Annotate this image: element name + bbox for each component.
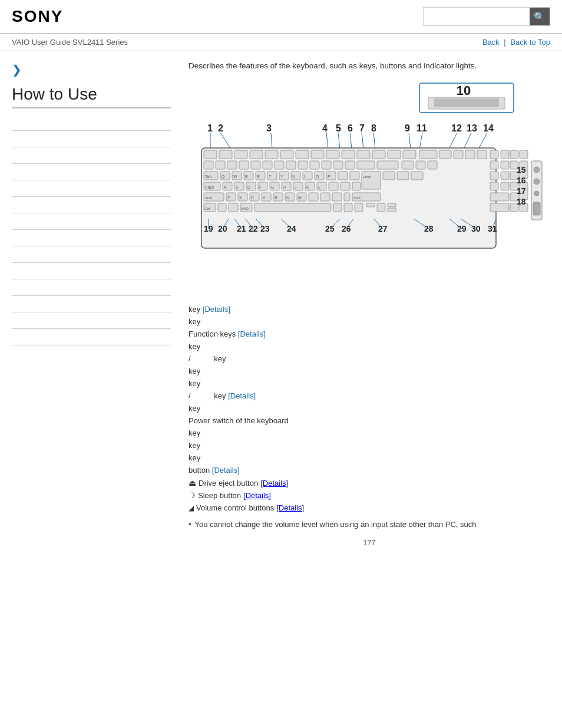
svg-rect-57 <box>239 161 249 169</box>
svg-rect-50 <box>490 150 498 159</box>
svg-rect-60 <box>275 161 284 169</box>
svg-text:N: N <box>286 196 289 200</box>
key-label: / key <box>189 391 228 400</box>
svg-text:Y: Y <box>280 174 283 179</box>
svg-text:Shift: Shift <box>205 196 212 200</box>
svg-rect-54 <box>204 161 213 169</box>
svg-point-182 <box>534 179 540 185</box>
svg-text:K: K <box>306 185 309 189</box>
sleep-item: Sleep button [Details] <box>189 489 550 502</box>
svg-rect-154 <box>344 193 350 201</box>
back-link[interactable]: Back <box>482 38 500 47</box>
list-item: / key <box>189 353 550 365</box>
svg-text:10: 10 <box>457 83 471 98</box>
svg-rect-46 <box>439 150 451 159</box>
svg-rect-106 <box>501 172 509 180</box>
volume-item: Volume control buttons [Details] <box>189 502 550 514</box>
svg-rect-47 <box>454 150 463 159</box>
search-input[interactable] <box>424 8 530 25</box>
svg-rect-152 <box>320 193 330 201</box>
svg-text:S: S <box>236 185 239 189</box>
svg-line-28 <box>464 133 471 149</box>
key-label: key <box>189 379 200 388</box>
svg-rect-34 <box>250 150 263 159</box>
sleep-icon <box>189 491 196 500</box>
svg-text:Tab: Tab <box>205 174 211 179</box>
svg-rect-49 <box>477 150 487 159</box>
svg-text:R: R <box>257 174 260 179</box>
list-item: key <box>189 365 550 377</box>
svg-rect-42 <box>372 150 385 159</box>
volume-label: Volume control buttons <box>196 503 274 512</box>
sidebar: ❯ How to Use <box>0 57 183 559</box>
svg-point-183 <box>534 191 539 196</box>
svg-rect-153 <box>332 193 342 201</box>
volume-icon <box>189 503 194 512</box>
content-description: Describes the features of the keyboard, … <box>189 61 550 70</box>
key-label: key <box>189 441 200 450</box>
details-link[interactable]: [Details] <box>228 391 256 400</box>
details-link[interactable]: [Details] <box>243 491 271 500</box>
list-item <box>12 329 171 345</box>
main-layout: ❯ How to Use Describes the features of t… <box>0 51 562 565</box>
list-item: Power switch of the keyboard <box>189 414 550 427</box>
nav-bar: VAIO User Guide SVL2411 Series Back | Ba… <box>0 34 562 51</box>
svg-text:E: E <box>245 174 248 179</box>
eject-icon <box>189 478 196 487</box>
details-link[interactable]: [Details] <box>212 466 240 475</box>
svg-rect-35 <box>265 150 278 159</box>
svg-line-19 <box>271 133 272 149</box>
details-link[interactable]: [Details] <box>238 330 266 338</box>
svg-rect-44 <box>403 150 416 159</box>
svg-text:B: B <box>275 196 277 200</box>
svg-rect-62 <box>298 161 308 169</box>
list-item <box>12 296 171 312</box>
svg-rect-168 <box>355 203 363 212</box>
search-button[interactable]: 🔍 <box>530 8 550 25</box>
svg-rect-72 <box>490 161 498 169</box>
list-item: / key [Details] <box>189 390 550 402</box>
svg-rect-184 <box>533 202 540 215</box>
svg-rect-32 <box>219 150 232 159</box>
svg-text:L: L <box>318 185 320 189</box>
svg-rect-64 <box>322 161 331 169</box>
svg-text:U: U <box>292 174 295 179</box>
svg-text:1: 1 <box>207 123 213 133</box>
list-item <box>12 230 171 246</box>
svg-text:Z: Z <box>227 196 230 200</box>
svg-rect-71 <box>428 161 437 169</box>
svg-rect-73 <box>501 161 509 169</box>
svg-text:M: M <box>298 196 302 200</box>
key-label: button <box>189 466 212 475</box>
svg-rect-100 <box>362 172 381 189</box>
svg-rect-103 <box>397 172 409 180</box>
key-label: key <box>189 367 200 375</box>
list-item: key <box>189 315 550 328</box>
svg-line-27 <box>449 133 457 149</box>
details-link[interactable]: [Details] <box>203 305 230 314</box>
svg-rect-98 <box>338 172 348 180</box>
details-link[interactable]: [Details] <box>260 479 288 487</box>
key-label: key <box>189 453 200 462</box>
svg-rect-69 <box>402 161 414 169</box>
svg-rect-172 <box>388 208 396 212</box>
sidebar-arrow[interactable]: ❯ <box>12 62 171 77</box>
list-item: key <box>189 402 550 414</box>
svg-text:VAIO: VAIO <box>241 207 249 210</box>
keyboard-svg: 10 1 2 3 4 5 6 7 8 9 11 12 13 14 <box>196 78 543 297</box>
note-text: You cannot change the volume level when … <box>195 520 477 529</box>
svg-text:C: C <box>251 196 254 200</box>
list-item <box>12 279 171 296</box>
back-to-top-link[interactable]: Back to Top <box>510 38 550 47</box>
details-link[interactable]: [Details] <box>276 503 304 512</box>
svg-rect-132 <box>501 182 509 190</box>
svg-text:X: X <box>239 196 242 200</box>
svg-rect-33 <box>234 150 247 159</box>
eject-label: Drive eject button <box>199 479 258 487</box>
list-item <box>12 197 171 213</box>
list-item <box>12 246 171 263</box>
list-item: button [Details] <box>189 464 550 476</box>
list-item: key <box>189 340 550 353</box>
svg-rect-167 <box>344 203 352 212</box>
svg-text:6: 6 <box>348 123 353 133</box>
